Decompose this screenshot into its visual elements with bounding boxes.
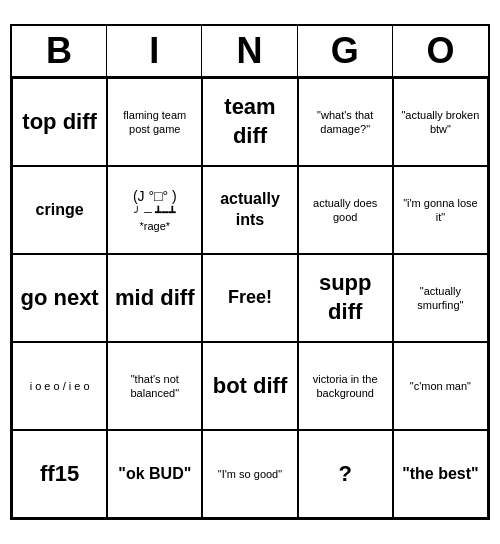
bingo-grid: top diff flaming team post game team dif… [12, 78, 488, 518]
header-b: B [12, 26, 107, 76]
cell-r0c0: top diff [12, 78, 107, 166]
cell-r2c0: go next [12, 254, 107, 342]
cell-r0c1: flaming team post game [107, 78, 202, 166]
header-i: I [107, 26, 202, 76]
cell-r0c4: "actually broken btw" [393, 78, 488, 166]
cell-r1c1: (J °□° ) ╯ ─ ┻━┻ *rage* [107, 166, 202, 254]
rage-label: *rage* [140, 219, 171, 233]
cell-r1c2: actually ints [202, 166, 297, 254]
cell-r1c4: "i'm gonna lose it" [393, 166, 488, 254]
cell-r3c2: bot diff [202, 342, 297, 430]
cell-r4c3: ? [298, 430, 393, 518]
cell-r2c4: "actually smurfing" [393, 254, 488, 342]
cell-r3c1: "that's not balanced" [107, 342, 202, 430]
cell-r2c1: mid diff [107, 254, 202, 342]
cell-r4c2: "I'm so good" [202, 430, 297, 518]
cell-r0c2: team diff [202, 78, 297, 166]
cell-r4c0: ff15 [12, 430, 107, 518]
rage-emoji: (J °□° ) [133, 187, 177, 205]
cell-r0c3: "what's that damage?" [298, 78, 393, 166]
cell-r2c3: supp diff [298, 254, 393, 342]
header-o: O [393, 26, 488, 76]
header-g: G [298, 26, 393, 76]
cell-r3c3: victoria in the background [298, 342, 393, 430]
bingo-header: B I N G O [12, 26, 488, 78]
cell-r4c4: "the best" [393, 430, 488, 518]
header-n: N [202, 26, 297, 76]
cell-r3c0: i o e o / i e o [12, 342, 107, 430]
rage-symbol: ╯ ─ ┻━┻ [134, 205, 176, 219]
cell-r1c0: cringe [12, 166, 107, 254]
cell-r1c3: actually does good [298, 166, 393, 254]
cell-r2c2: Free! [202, 254, 297, 342]
cell-r4c1: "ok BUD" [107, 430, 202, 518]
cell-r3c4: "c'mon man" [393, 342, 488, 430]
bingo-card: B I N G O top diff flaming team post gam… [10, 24, 490, 520]
